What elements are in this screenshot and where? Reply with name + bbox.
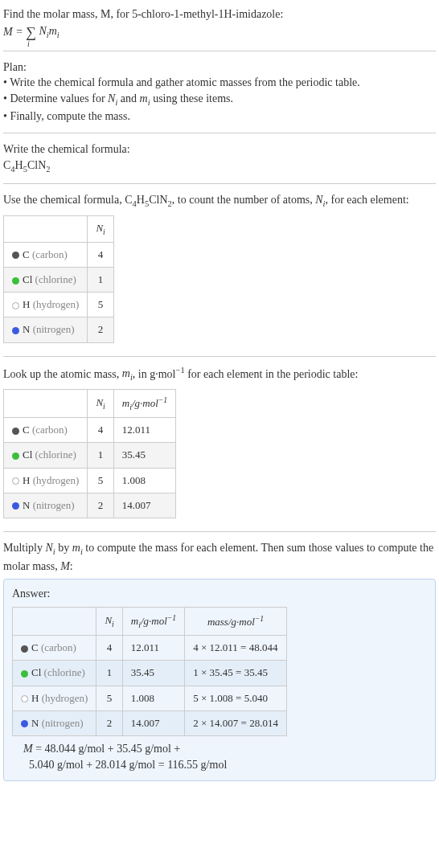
element-cell: N (nitrogen): [4, 493, 88, 518]
element-dot-icon: [12, 252, 19, 259]
value-cell: 1: [88, 268, 113, 293]
element-symbol: Cl: [23, 448, 32, 461]
divider: [3, 356, 436, 357]
plan-list: Write the chemical formula and gather at…: [3, 75, 436, 125]
chemical-formula: C4H5ClN2: [3, 158, 436, 175]
element-dot-icon: [12, 428, 19, 435]
value-cell: 2: [88, 317, 113, 342]
final-equation: M = 48.044 g/mol + 35.45 g/mol + 5.040 g…: [12, 741, 427, 772]
lookup-block: Look up the atomic mass, mi, in g·mol−1 …: [3, 363, 436, 525]
col-mi: mi/g·mol−1: [113, 389, 175, 418]
divider: [3, 531, 436, 532]
element-symbol: C: [23, 248, 30, 260]
element-dot-icon: [21, 645, 28, 653]
col-mass: mass/g·mol−1: [185, 607, 287, 636]
element-dot-icon: [12, 327, 19, 334]
write-formula-label: Write the chemical formula:: [3, 141, 436, 158]
plan-item: Determine values for Ni and mi using the…: [3, 91, 436, 108]
table-row: H (hydrogen)51.0085 × 1.008 = 5.040: [13, 686, 287, 710]
count-atoms-text: Use the chemical formula, C4H5ClN2, to c…: [3, 192, 436, 210]
element-cell: Cl (chlorine): [4, 443, 88, 468]
atom-count-body: C (carbon)4Cl (chlorine)1H (hydrogen)5N …: [4, 242, 114, 342]
value-cell: 4: [96, 636, 122, 661]
atomic-mass-body: C (carbon)412.011Cl (chlorine)135.45H (h…: [4, 418, 176, 518]
element-dot-icon: [21, 695, 28, 702]
table-row: C (carbon)412.011: [4, 418, 176, 443]
element-dot-icon: [12, 277, 19, 285]
col-element: [4, 215, 88, 242]
molar-mass-equation: M = ∑ i Nimi: [3, 23, 436, 43]
value-cell: 2 × 14.007 = 28.014: [185, 710, 287, 735]
element-symbol: C: [31, 641, 39, 653]
table-row: Cl (chlorine)1: [4, 268, 114, 293]
answer-box: Answer: Ni mi/g·mol−1 mass/g·mol−1 C (ca…: [3, 579, 436, 781]
element-symbol: N: [31, 717, 39, 729]
element-symbol: H: [23, 298, 30, 310]
element-dot-icon: [21, 720, 28, 727]
col-mi: mi/g·mol−1: [122, 607, 184, 636]
element-name: (chlorine): [44, 666, 85, 678]
value-cell: 5 × 1.008 = 5.040: [185, 686, 287, 710]
value-cell: 35.45: [113, 443, 175, 468]
table-row: N (nitrogen)214.007: [4, 493, 176, 518]
intro-block: Find the molar mass, M, for 5-chloro-1-m…: [3, 5, 436, 44]
element-name: (hydrogen): [33, 474, 80, 486]
intro-line: Find the molar mass, M, for 5-chloro-1-m…: [3, 6, 436, 23]
element-symbol: H: [23, 474, 30, 486]
lookup-text: Look up the atomic mass, mi, in g·mol−1 …: [3, 365, 436, 384]
plan-item: Write the chemical formula and gather at…: [3, 75, 436, 91]
element-name: (carbon): [41, 641, 76, 653]
element-dot-icon: [21, 670, 28, 678]
element-dot-icon: [12, 302, 19, 309]
element-name: (nitrogen): [33, 499, 75, 511]
col-ni: Ni: [88, 215, 113, 242]
value-cell: 1: [88, 443, 113, 468]
element-cell: Cl (chlorine): [4, 268, 88, 293]
value-cell: 12.011: [122, 636, 184, 661]
element-cell: H (hydrogen): [13, 686, 96, 710]
element-name: (nitrogen): [42, 717, 84, 729]
value-cell: 12.011: [113, 418, 175, 443]
value-cell: 4: [88, 418, 113, 443]
count-atoms-block: Use the chemical formula, C4H5ClN2, to c…: [3, 190, 436, 349]
table-row: C (carbon)4: [4, 242, 114, 267]
element-cell: H (hydrogen): [4, 468, 88, 493]
value-cell: 1.008: [113, 468, 175, 493]
table-row: N (nitrogen)2: [4, 317, 114, 342]
col-element: [13, 607, 96, 636]
table-row: N (nitrogen)214.0072 × 14.007 = 28.014: [13, 710, 287, 735]
multiply-block: Multiply Ni by mi to compute the mass fo…: [3, 538, 436, 783]
value-cell: 14.007: [122, 710, 184, 735]
element-dot-icon: [12, 452, 19, 460]
element-symbol: H: [31, 692, 39, 704]
eq-right: Nimi: [39, 25, 59, 37]
element-symbol: Cl: [23, 273, 32, 285]
value-cell: 1 × 35.45 = 35.45: [185, 661, 287, 686]
element-cell: Cl (chlorine): [13, 661, 96, 686]
element-cell: C (carbon): [4, 418, 88, 443]
value-cell: 4 × 12.011 = 48.044: [185, 636, 287, 661]
element-cell: C (carbon): [4, 242, 88, 267]
element-cell: N (nitrogen): [13, 710, 96, 735]
value-cell: 1: [96, 661, 122, 686]
element-name: (carbon): [32, 424, 68, 436]
element-name: (hydrogen): [33, 298, 80, 310]
value-cell: 4: [88, 242, 113, 267]
value-cell: 2: [88, 493, 113, 518]
element-cell: C (carbon): [13, 636, 96, 661]
element-name: (chlorine): [35, 273, 76, 285]
element-symbol: N: [23, 323, 30, 335]
value-cell: 5: [88, 293, 113, 317]
element-name: (hydrogen): [42, 692, 88, 704]
value-cell: 1.008: [122, 686, 184, 710]
value-cell: 5: [96, 686, 122, 710]
element-name: (nitrogen): [33, 323, 75, 335]
divider: [3, 183, 436, 184]
table-row: H (hydrogen)5: [4, 293, 114, 317]
element-symbol: Cl: [31, 666, 41, 678]
atom-count-table: Ni C (carbon)4Cl (chlorine)1H (hydrogen)…: [3, 215, 114, 343]
element-cell: H (hydrogen): [4, 293, 88, 317]
col-element: [4, 389, 88, 418]
col-ni: Ni: [88, 389, 113, 418]
multiply-text: Multiply Ni by mi to compute the mass fo…: [3, 540, 436, 574]
